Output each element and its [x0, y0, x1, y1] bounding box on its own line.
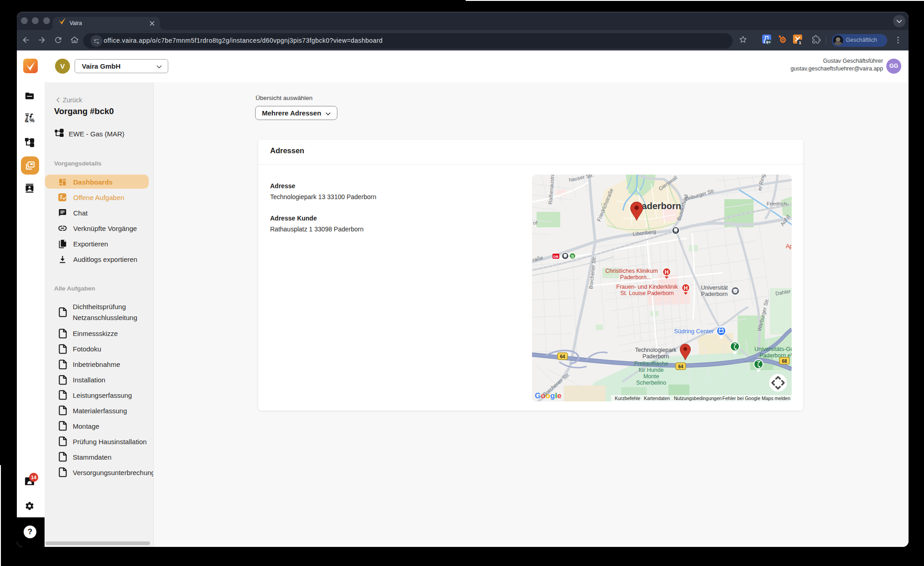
svg-text:%: % — [30, 117, 35, 123]
svg-text:Fehler bei Google Maps melden: Fehler bei Google Maps melden — [723, 396, 791, 401]
svg-text:Nutzungsbedingungen: Nutzungsbedingungen — [674, 396, 722, 401]
svg-text:Christliches Klinikum: Christliches Klinikum — [605, 268, 658, 274]
svg-text:für Hunde: für Hunde — [639, 367, 664, 373]
svg-text:Universitäts-Golfc: Universitäts-Golfc — [754, 346, 792, 352]
svg-text:1: 1 — [799, 40, 802, 45]
svg-text:Paderborn: Paderborn — [701, 291, 728, 297]
svg-text:Universität: Universität — [701, 285, 728, 291]
svg-text:Technologiepark: Technologiepark — [635, 347, 677, 353]
svg-text:9+: 9+ — [766, 40, 771, 45]
svg-text:Monte: Monte — [643, 373, 659, 380]
svg-text:Kartendaten: Kartendaten — [644, 396, 670, 401]
svg-text:H: H — [684, 285, 688, 291]
svg-text:Südring Center: Südring Center — [674, 328, 714, 335]
svg-text:H: H — [665, 269, 669, 275]
svg-text:68: 68 — [782, 359, 787, 364]
svg-text:Paderborn: Paderborn — [643, 353, 669, 360]
svg-text:Ap: Ap — [786, 243, 792, 250]
svg-text:Freilauffläche: Freilauffläche — [634, 361, 668, 367]
svg-text:Kurzbefehle: Kurzbefehle — [615, 396, 640, 401]
svg-text:Frauen- und Kinderklinik: Frauen- und Kinderklinik — [616, 284, 678, 290]
svg-text:St. Louise Paderborn: St. Louise Paderborn — [620, 290, 673, 296]
svg-text:Paderborn...: Paderborn... — [620, 274, 652, 280]
svg-text:S: S — [571, 254, 574, 259]
svg-text:Friedrich-: Friedrich- — [767, 201, 789, 206]
svg-text:64: 64 — [678, 364, 683, 369]
svg-text:Scherbelino: Scherbelino — [636, 380, 666, 386]
svg-text:of: of — [533, 220, 537, 225]
svg-text:64: 64 — [560, 354, 565, 359]
svg-text:DB: DB — [553, 255, 559, 259]
svg-text:&: & — [25, 117, 29, 123]
